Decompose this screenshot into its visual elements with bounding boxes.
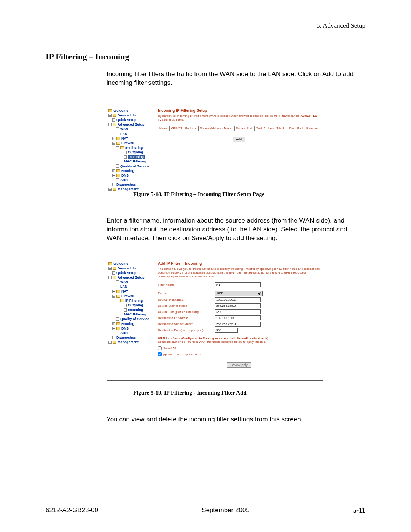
nav2-diagnostics[interactable]: Diagnostics [116, 335, 136, 340]
add-desc: The screen allows you to create a filter… [158, 267, 320, 279]
nav2-ip-filtering[interactable]: IP Filtering [125, 298, 143, 303]
col-dst-addr: Dest. Address / Mask [255, 126, 288, 131]
lbl-select-all: Select All [163, 347, 176, 350]
figure-5-18-caption: Figure 5-18. IP Filtering – Incoming Fil… [133, 191, 365, 198]
col-src-addr: Source Address / Mask [199, 126, 235, 131]
intro-paragraph-2: Enter a filter name, information about t… [107, 217, 362, 243]
input-dst-mask[interactable] [215, 322, 261, 327]
intro-paragraph-1: Incoming filter filters the traffic from… [107, 70, 362, 88]
lbl-src-ip: Source IP address: [158, 298, 215, 301]
nav2-incoming[interactable]: Incoming [128, 307, 143, 312]
filters-table: Name VPI/VCI Protocol Source Address / M… [158, 126, 320, 131]
nav-routing[interactable]: Routing [121, 169, 134, 173]
input-src-mask[interactable] [215, 303, 261, 308]
nav2-device-info[interactable]: Device Info [118, 266, 136, 271]
nav-outgoing[interactable]: Outgoing [128, 150, 143, 155]
nav-quick-setup[interactable]: Quick Setup [116, 118, 137, 122]
col-src-port: Source Port [234, 126, 254, 131]
col-name: Name [158, 126, 170, 131]
footer-date: September 2005 [202, 507, 250, 514]
col-dst-port: Dest. Port [288, 126, 305, 131]
col-remove: Remove [305, 126, 320, 131]
select-protocol[interactable]: UDP [215, 291, 263, 296]
lbl-dst-mask: Destination Subnet Mask: [158, 322, 215, 326]
nav2-quick-setup[interactable]: Quick Setup [116, 271, 137, 275]
lbl-protocol: Protocol: [158, 291, 215, 295]
nav2-nat[interactable]: NAT [121, 289, 128, 294]
page-footer: 6212-A2-GB23-00 September 2005 5-11 [46, 507, 365, 514]
col-protocol: Protocol [184, 126, 199, 131]
nav-advanced-setup[interactable]: Advanced Setup [118, 122, 145, 127]
lbl-src-port: Source Port (port or port:port): [158, 310, 215, 314]
figure-5-19-caption: Figure 5-19. IP Filtering - Incoming Fil… [133, 390, 365, 396]
nav-lan[interactable]: LAN [120, 132, 127, 136]
lbl-filter-name: Filter Name: [158, 283, 215, 287]
wan-instr: Select at least one or multiple WAN inte… [158, 340, 320, 344]
nav2-adsl[interactable]: ADSL [120, 331, 130, 335]
nav-ip-filtering[interactable]: IP Filtering [125, 145, 143, 150]
nav2-lan[interactable]: LAN [120, 284, 127, 289]
nav-tree: Welcome +Device Info Quick Setup –Advanc… [107, 106, 155, 182]
add-button[interactable]: Add [233, 137, 245, 142]
lbl-dst-ip: Destination IP address: [158, 316, 215, 320]
nav2-wan[interactable]: WAN [120, 280, 128, 284]
nav-qos[interactable]: Quality of Service [120, 164, 149, 169]
nav2-outgoing[interactable]: Outgoing [128, 303, 143, 307]
section-title: IP Filtering – Incoming [46, 52, 365, 62]
nav-nat[interactable]: NAT [121, 136, 128, 141]
nav-dns[interactable]: DNS [121, 173, 129, 178]
lbl-dst-port: Destination Port (port or port:port): [158, 328, 215, 332]
intro-paragraph-3: You can view and delete the incoming fil… [107, 415, 362, 424]
lbl-interface-1: pppoe_0_36_1/ppp_0_36_1 [163, 353, 201, 356]
lbl-src-mask: Source Subnet Mask: [158, 304, 215, 307]
setup-desc: By default, all incoming IP traffic from… [158, 114, 320, 122]
nav-tree-2: Welcome +Device Info Quick Setup –Advanc… [107, 259, 155, 380]
footer-doc-id: 6212-A2-GB23-00 [46, 507, 98, 514]
input-dst-ip[interactable] [215, 315, 261, 320]
nav-diagnostics[interactable]: Diagnostics [116, 182, 136, 187]
input-filter-name[interactable] [215, 282, 261, 287]
nav2-mac-filtering[interactable]: MAC Filtering [124, 312, 147, 317]
content-pane-setup: Incoming IP Filtering Setup By default, … [155, 106, 323, 182]
footer-page-number: 5-11 [353, 507, 365, 514]
chk-select-all[interactable] [158, 346, 162, 350]
chk-interface-1[interactable] [158, 352, 162, 356]
nav2-routing[interactable]: Routing [121, 322, 134, 326]
nav2-firewall[interactable]: Firewall [121, 294, 134, 298]
nav2-management[interactable]: Management [118, 340, 139, 344]
content-pane-add: Add IP Filter -- Incoming The screen all… [155, 259, 323, 380]
nav-firewall[interactable]: Firewall [121, 141, 134, 145]
nav2-welcome[interactable]: Welcome [113, 261, 128, 266]
nav-incoming[interactable]: Incoming [128, 155, 145, 159]
nav-mac-filtering[interactable]: MAC Filtering [124, 159, 147, 164]
setup-title: Incoming IP Filtering Setup [158, 108, 320, 113]
input-src-ip[interactable] [215, 297, 261, 302]
nav2-advanced-setup[interactable]: Advanced Setup [118, 275, 145, 280]
figure-5-18: Welcome +Device Info Quick Setup –Advanc… [107, 106, 365, 182]
add-title: Add IP Filter -- Incoming [158, 261, 320, 266]
nav-welcome[interactable]: Welcome [113, 108, 128, 113]
save-apply-button[interactable]: Save/Apply [227, 362, 251, 368]
nav2-qos[interactable]: Quality of Service [120, 317, 149, 321]
col-vpivci: VPI/VCI [170, 126, 184, 131]
input-dst-port[interactable] [215, 328, 238, 333]
chapter-header: 5. Advanced Setup [46, 22, 365, 30]
nav-device-info[interactable]: Device Info [118, 113, 136, 118]
nav-wan[interactable]: WAN [120, 127, 128, 131]
wan-title: WAN Interfaces (Configured in Routing mo… [158, 336, 320, 340]
nav-adsl[interactable]: ADSL [120, 178, 130, 182]
nav2-dns[interactable]: DNS [121, 326, 129, 331]
figure-5-19: Welcome +Device Info Quick Setup –Advanc… [107, 259, 365, 381]
input-src-port[interactable] [215, 309, 261, 314]
